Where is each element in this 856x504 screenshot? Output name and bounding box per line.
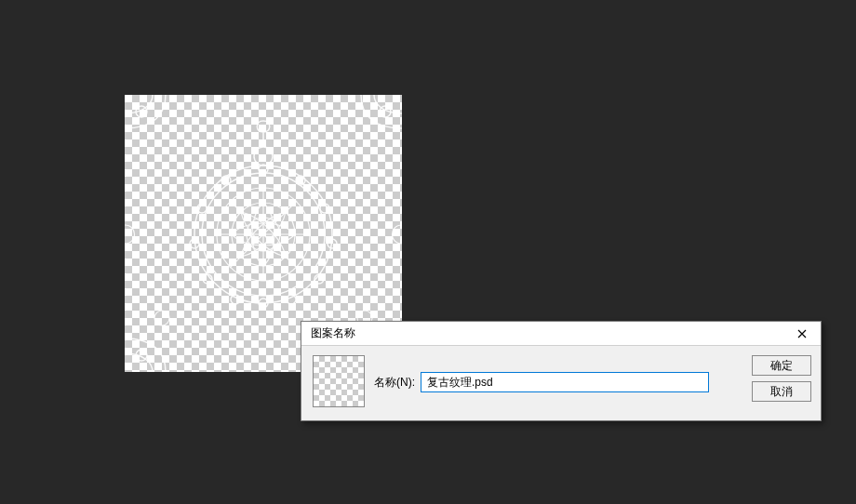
svg-line-20 [230, 201, 297, 268]
svg-point-16 [232, 203, 295, 266]
pattern-name-input[interactable] [421, 372, 709, 392]
svg-point-5 [320, 204, 329, 213]
svg-line-21 [230, 201, 297, 268]
name-label: 名称(N): [374, 375, 415, 391]
svg-point-4 [296, 176, 305, 185]
svg-point-26 [154, 311, 169, 325]
svg-point-12 [190, 239, 199, 248]
svg-point-3 [259, 165, 268, 174]
svg-point-11 [203, 274, 212, 284]
dialog-buttons: 确定 取消 [752, 355, 811, 402]
dialog-titlebar[interactable]: 图案名称 [301, 322, 821, 346]
svg-point-23 [380, 106, 391, 117]
svg-point-14 [221, 176, 231, 185]
svg-point-6 [328, 239, 337, 248]
svg-point-15 [217, 188, 310, 281]
ok-button[interactable]: 确定 [752, 355, 811, 376]
close-button[interactable] [783, 322, 821, 346]
close-icon [797, 329, 807, 338]
svg-point-1 [202, 173, 325, 296]
svg-point-2 [254, 147, 273, 166]
svg-point-17 [247, 218, 280, 251]
svg-point-9 [259, 298, 268, 308]
name-row: 名称(N): [374, 372, 709, 392]
dialog-title: 图案名称 [311, 325, 355, 341]
dialog-body: 名称(N): [301, 346, 821, 417]
svg-point-13 [197, 204, 207, 213]
cancel-button[interactable]: 取消 [752, 381, 811, 402]
svg-point-0 [194, 166, 332, 303]
svg-point-24 [136, 350, 147, 361]
svg-point-10 [231, 295, 240, 304]
svg-point-22 [136, 106, 147, 117]
pattern-preview-thumbnail [313, 355, 365, 407]
svg-point-8 [287, 295, 296, 304]
pattern-name-dialog: 图案名称 名称(N): 确定 取消 [301, 321, 822, 421]
svg-point-7 [314, 274, 324, 284]
